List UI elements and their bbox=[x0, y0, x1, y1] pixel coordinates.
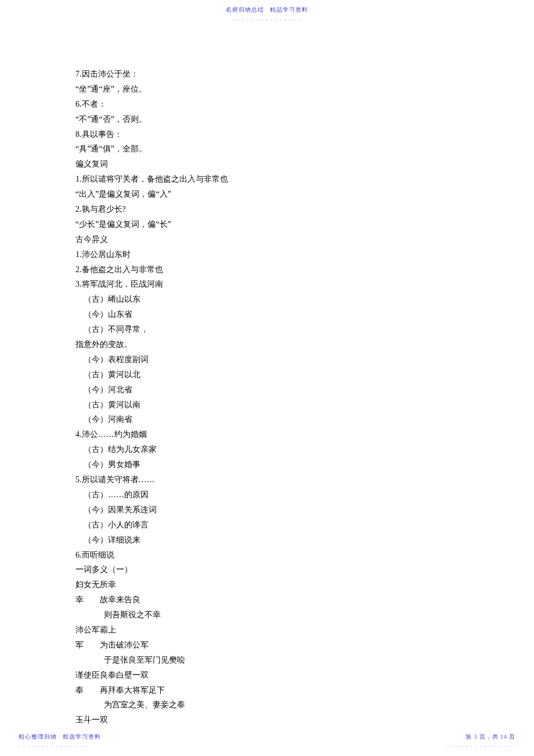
footer-left: 精心整理归纳 精选学习资料 - - - - - - - - - - - - - … bbox=[19, 732, 101, 751]
text-line: （今）山东省 bbox=[75, 307, 470, 322]
text-line: 为宫室之美、妻妾之奉 bbox=[75, 697, 470, 712]
text-line: 6.不者： bbox=[75, 97, 470, 112]
text-line: （今）河南省 bbox=[75, 412, 470, 427]
document-content: 7.因击沛公于坐：“坐”通“座”，座位。6.不者：“不”通“否”，否则。8.具以… bbox=[75, 67, 470, 728]
text-line: 军为击破沛公军 bbox=[75, 638, 470, 653]
text-fragment: 再拜奉大将军足下 bbox=[100, 686, 165, 694]
text-line: 2.备他盗之出入与非常也 bbox=[75, 262, 470, 277]
text-line: （古）……的原因 bbox=[75, 487, 470, 502]
footer-page-number: 第 3 页，共 14 页 bbox=[466, 734, 515, 740]
header-text-right: 精品学习资料 bbox=[270, 7, 308, 13]
text-line: 1.沛公居山东时 bbox=[75, 247, 470, 262]
text-line: 偏义复词 bbox=[75, 157, 470, 172]
text-line: “少长”是偏义复词，偏“长” bbox=[75, 217, 470, 232]
footer-text-b: 精选学习资料 bbox=[63, 734, 101, 740]
text-line: “具”通“俱”，全部。 bbox=[75, 142, 470, 157]
text-line: （古）小人的谗言 bbox=[75, 518, 470, 533]
footer-text-a: 精心整理归纳 bbox=[19, 734, 57, 740]
text-line: 5.所以谴关守将者…… bbox=[75, 472, 470, 487]
text-line: “出入”是偏义复词，偏“入” bbox=[75, 187, 470, 202]
footer-right: 第 3 页，共 14 页 - - - - - - - - - - - - - -… bbox=[448, 732, 515, 751]
text-line: 2.孰与君少长? bbox=[75, 202, 470, 217]
text-line: 妇女无所幸 bbox=[75, 577, 470, 592]
text-line: 8.具以事告： bbox=[75, 127, 470, 142]
text-line: （古）黄河以北 bbox=[75, 367, 470, 382]
text-line: （今）详细说来 bbox=[75, 533, 470, 548]
text-fragment: 为击破沛公军 bbox=[100, 641, 149, 649]
text-line: “不”通“否”，否则。 bbox=[75, 112, 470, 127]
text-line: （今）河北省 bbox=[75, 382, 470, 397]
text-line: （古）结为儿女亲家 bbox=[75, 442, 470, 457]
text-fragment: 故幸来告良 bbox=[100, 595, 140, 604]
page-header: 名师归纳总结 精品学习资料 - - - - - - - - - - - - - … bbox=[0, 5, 534, 24]
text-fragment: 幸 bbox=[75, 595, 84, 604]
text-fragment: 军 bbox=[75, 641, 84, 649]
text-line: （今）男女婚事 bbox=[75, 457, 470, 472]
text-line: （今）表程度副词 bbox=[75, 352, 470, 367]
text-line: 指意外的变故。 bbox=[75, 337, 470, 352]
text-line: 玉斗一双 bbox=[75, 712, 470, 728]
header-text-left: 名师归纳总结 bbox=[226, 7, 264, 13]
text-line: （古）不同寻常， bbox=[75, 322, 470, 337]
text-line: 沛公军霸上 bbox=[75, 623, 470, 638]
text-line: 4.沛公……约为婚姻 bbox=[75, 427, 470, 442]
text-line: 3.将军战河北，臣战河南 bbox=[75, 277, 470, 292]
text-line: “坐”通“座”，座位。 bbox=[75, 82, 470, 97]
text-fragment: 奉 bbox=[75, 686, 84, 694]
text-line: 则吾斯役之不幸 bbox=[75, 607, 470, 623]
text-line: 1.所以谴将守关者，备他盗之出入与非常也 bbox=[75, 172, 470, 187]
text-line: 于是张良至军门见樊哙 bbox=[75, 653, 470, 668]
footer-dashes-right: - - - - - - - - - - - - - - - bbox=[448, 743, 515, 750]
text-line: （古）崤山以东 bbox=[75, 292, 470, 307]
text-line: 6.而听细说 bbox=[75, 548, 470, 563]
text-line: 7.因击沛公于坐： bbox=[75, 67, 470, 82]
text-line: 古今异义 bbox=[75, 232, 470, 247]
text-line: （今）因果关系连词 bbox=[75, 502, 470, 518]
header-dashes: - - - - - - - - - - - - - - - bbox=[0, 16, 534, 24]
text-line: 幸故幸来告良 bbox=[75, 592, 470, 607]
text-line: 奉再拜奉大将军足下 bbox=[75, 683, 470, 698]
text-line: 一词多义（一） bbox=[75, 562, 470, 577]
footer-dashes-left: - - - - - - - - - - - - - - - bbox=[19, 743, 101, 750]
text-line: 谨使臣良奉白壁一双 bbox=[75, 668, 470, 683]
text-line: （古）黄河以南 bbox=[75, 397, 470, 413]
